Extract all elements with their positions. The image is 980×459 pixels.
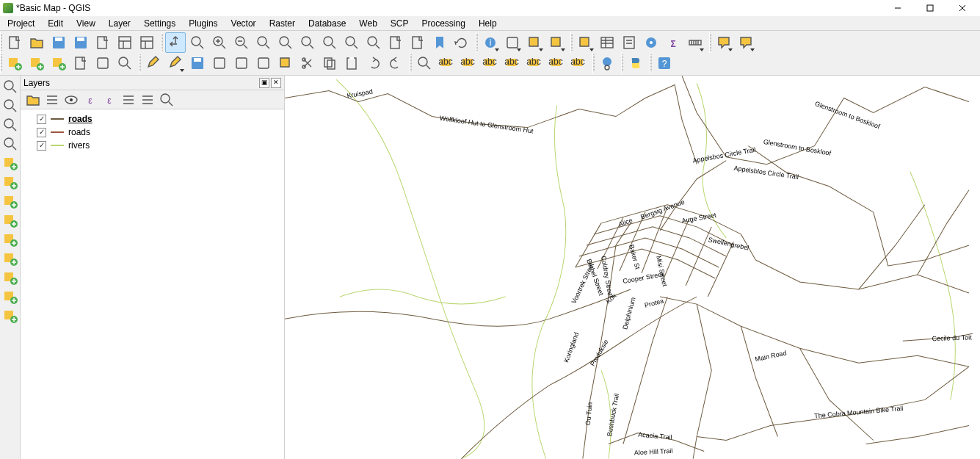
new-project-icon[interactable]	[4, 32, 25, 53]
pan-icon[interactable]	[165, 32, 186, 53]
menu-edit[interactable]: Edit	[42, 17, 69, 30]
node-tool-icon[interactable]	[253, 53, 274, 73]
save-edits-icon[interactable]	[187, 53, 208, 73]
identify-icon[interactable]: i	[480, 32, 501, 53]
delete-selected-icon[interactable]	[275, 53, 296, 73]
add-text-layer-icon[interactable]	[1, 134, 19, 153]
menu-scp[interactable]: SCP	[385, 17, 415, 30]
panel-close-button[interactable]: ✕	[271, 78, 281, 88]
help-icon[interactable]: ?	[654, 53, 675, 73]
add-feature-icon[interactable]	[209, 53, 230, 73]
new-bookmark-icon[interactable]	[407, 32, 428, 53]
stats-icon[interactable]: Σ	[663, 32, 683, 53]
new-print-layout-icon[interactable]	[92, 32, 113, 53]
layout-manager-icon[interactable]	[115, 32, 135, 53]
manage-visibility-icon[interactable]	[62, 92, 79, 108]
toggle-edit-icon[interactable]	[165, 53, 186, 73]
style-manager-icon[interactable]	[137, 32, 157, 53]
label-pin-icon[interactable]: abc	[480, 53, 501, 73]
expression-filter-icon[interactable]: ε	[101, 92, 117, 108]
add-wcs-icon[interactable]	[1, 287, 19, 306]
menu-project[interactable]: Project	[1, 17, 40, 30]
save-project-icon[interactable]	[48, 32, 69, 53]
toolbox-icon[interactable]	[641, 32, 661, 53]
close-button[interactable]	[946, 0, 979, 16]
label-show-icon[interactable]: abc	[502, 53, 523, 73]
map-tips-icon[interactable]	[714, 32, 734, 53]
add-mesh-icon[interactable]	[48, 53, 69, 73]
add-raster-layer-icon[interactable]	[1, 96, 19, 115]
menu-layer[interactable]: Layer	[103, 17, 137, 30]
menu-raster[interactable]: Raster	[264, 17, 301, 30]
menu-help[interactable]: Help	[473, 17, 503, 30]
remove-layer-icon[interactable]	[158, 92, 174, 108]
zoom-layer-icon[interactable]	[319, 32, 340, 53]
menu-plugins[interactable]: Plugins	[183, 17, 223, 30]
map-canvas[interactable]: KruispadWolfkloof Hut to Glenstroom HutG…	[285, 76, 980, 459]
layer-checkbox[interactable]	[37, 128, 46, 137]
annotation-icon[interactable]	[736, 32, 756, 53]
add-vector-icon[interactable]	[4, 53, 25, 73]
select-value-icon[interactable]	[546, 32, 567, 53]
cut-features-icon[interactable]	[297, 53, 318, 73]
add-oracle-icon[interactable]	[1, 211, 19, 230]
layer-checkbox[interactable]	[37, 141, 46, 151]
zoom-in-icon[interactable]	[209, 32, 230, 53]
open-project-icon[interactable]	[26, 32, 47, 53]
refresh-icon[interactable]	[451, 32, 472, 53]
menu-processing[interactable]: Processing	[416, 17, 471, 30]
current-edits-icon[interactable]	[143, 53, 164, 73]
menu-settings[interactable]: Settings	[138, 17, 181, 30]
python-console-icon[interactable]	[625, 53, 646, 73]
zoom-next-icon[interactable]	[363, 32, 384, 53]
maximize-button[interactable]	[914, 0, 946, 16]
deselect-icon[interactable]	[575, 32, 595, 53]
label-change-icon[interactable]: abc	[568, 53, 589, 73]
spatialite-icon[interactable]	[92, 53, 113, 73]
add-raster-icon[interactable]	[26, 53, 47, 73]
filter-legend-icon[interactable]: ε	[81, 92, 98, 108]
add-wms-icon[interactable]	[1, 268, 19, 287]
show-bookmarks-icon[interactable]	[429, 32, 450, 53]
attribute-table-icon[interactable]	[597, 32, 617, 53]
minimize-button[interactable]	[882, 0, 914, 16]
zoom-native-icon[interactable]	[253, 32, 274, 53]
new-map-view-icon[interactable]	[385, 32, 406, 53]
pan-selection-icon[interactable]	[187, 32, 208, 53]
add-virtual-icon[interactable]	[1, 249, 19, 268]
menu-database[interactable]: Database	[302, 17, 352, 30]
actions-icon[interactable]	[502, 32, 523, 53]
menu-vector[interactable]: Vector	[225, 17, 262, 30]
save-as-icon[interactable]	[70, 32, 91, 53]
zoom-selection-icon[interactable]	[297, 32, 318, 53]
undo-icon[interactable]	[363, 53, 384, 73]
zoom-full-icon[interactable]	[275, 32, 296, 53]
paste-features-icon[interactable]	[341, 53, 362, 73]
add-vector-layer-icon[interactable]	[1, 77, 19, 96]
move-feature-icon[interactable]	[231, 53, 252, 73]
zoom-out-icon[interactable]	[231, 32, 252, 53]
add-mssql-icon[interactable]	[1, 192, 19, 211]
expand-all-icon[interactable]	[120, 92, 136, 108]
add-spatialite-icon[interactable]	[1, 173, 19, 192]
label-diagram-icon[interactable]: abc	[436, 53, 457, 73]
new-shapefile-icon[interactable]	[70, 53, 91, 73]
virtual-layer-icon[interactable]	[115, 53, 135, 73]
label-rotate-icon[interactable]: abc	[546, 53, 567, 73]
label-layer-icon[interactable]	[414, 53, 435, 73]
panel-undock-button[interactable]: ▣	[259, 78, 269, 88]
field-calc-icon[interactable]	[619, 32, 639, 53]
add-wfs-icon[interactable]	[1, 306, 19, 325]
layer-row[interactable]: roads	[22, 112, 283, 126]
add-group-icon[interactable]	[43, 92, 59, 108]
redo-icon[interactable]	[385, 53, 406, 73]
layer-row[interactable]: roads	[22, 126, 283, 139]
layers-tree[interactable]: roadsroadsrivers	[21, 109, 284, 459]
copy-features-icon[interactable]	[319, 53, 340, 73]
collapse-all-icon[interactable]	[139, 92, 155, 108]
open-layer-styling-icon[interactable]	[24, 92, 40, 108]
menu-web[interactable]: Web	[353, 17, 382, 30]
select-features-icon[interactable]	[524, 32, 545, 53]
label-highlight-icon[interactable]: abc	[458, 53, 479, 73]
metasearch-icon[interactable]	[597, 53, 617, 73]
